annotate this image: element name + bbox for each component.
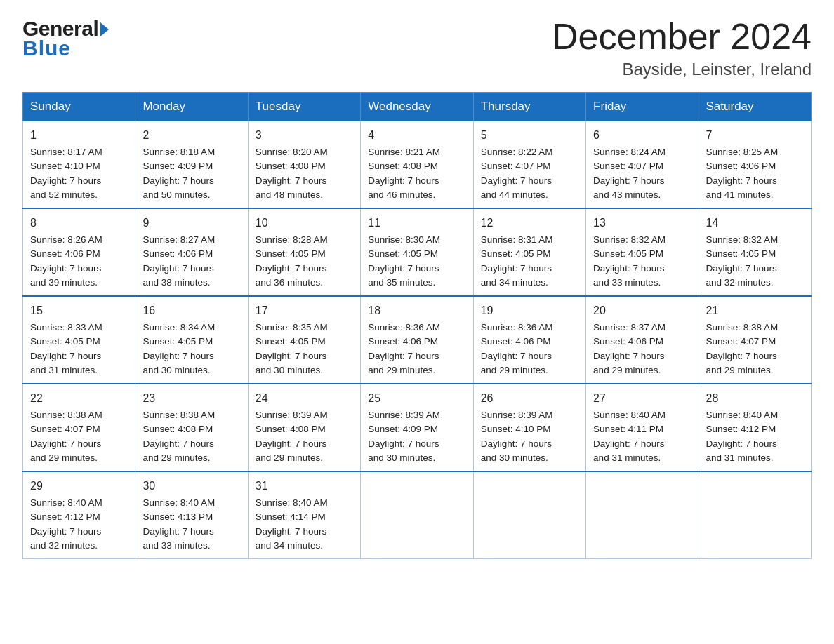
day-number: 28 [706, 390, 804, 407]
day-number: 15 [30, 302, 128, 319]
calendar-cell: 21 Sunrise: 8:38 AMSunset: 4:07 PMDaylig… [699, 296, 811, 384]
cell-info: Sunrise: 8:39 AMSunset: 4:08 PMDaylight:… [256, 410, 328, 463]
week-row-2: 8 Sunrise: 8:26 AMSunset: 4:06 PMDayligh… [23, 208, 812, 296]
cell-info: Sunrise: 8:39 AMSunset: 4:09 PMDaylight:… [368, 410, 440, 463]
day-number: 6 [593, 127, 691, 144]
day-number: 17 [256, 302, 353, 319]
cell-info: Sunrise: 8:36 AMSunset: 4:06 PMDaylight:… [368, 322, 440, 375]
calendar-cell: 19 Sunrise: 8:36 AMSunset: 4:06 PMDaylig… [473, 296, 585, 384]
cell-info: Sunrise: 8:27 AMSunset: 4:06 PMDaylight:… [143, 234, 215, 288]
calendar-cell [473, 471, 585, 559]
week-row-5: 29 Sunrise: 8:40 AMSunset: 4:12 PMDaylig… [23, 471, 812, 559]
header-tuesday: Tuesday [248, 93, 360, 121]
day-number: 11 [368, 215, 465, 232]
cell-info: Sunrise: 8:28 AMSunset: 4:05 PMDaylight:… [256, 234, 328, 288]
header-thursday: Thursday [473, 93, 585, 121]
cell-info: Sunrise: 8:25 AMSunset: 4:06 PMDaylight:… [706, 147, 779, 200]
calendar-cell [699, 471, 811, 559]
day-number: 5 [481, 127, 578, 144]
calendar-cell: 14 Sunrise: 8:32 AMSunset: 4:05 PMDaylig… [699, 208, 811, 296]
cell-info: Sunrise: 8:26 AMSunset: 4:06 PMDaylight:… [30, 234, 102, 288]
calendar-header-row: Sunday Monday Tuesday Wednesday Thursday… [23, 93, 812, 121]
calendar-cell: 27 Sunrise: 8:40 AMSunset: 4:11 PMDaylig… [586, 384, 699, 471]
calendar-cell: 1 Sunrise: 8:17 AMSunset: 4:10 PMDayligh… [23, 121, 135, 209]
calendar-cell: 30 Sunrise: 8:40 AMSunset: 4:13 PMDaylig… [135, 471, 248, 559]
day-number: 1 [30, 127, 128, 144]
calendar-cell: 8 Sunrise: 8:26 AMSunset: 4:06 PMDayligh… [23, 208, 135, 296]
cell-info: Sunrise: 8:32 AMSunset: 4:05 PMDaylight:… [593, 234, 666, 288]
calendar-table: Sunday Monday Tuesday Wednesday Thursday… [22, 92, 812, 559]
day-number: 9 [143, 215, 240, 232]
day-number: 14 [706, 215, 804, 232]
calendar-cell: 17 Sunrise: 8:35 AMSunset: 4:05 PMDaylig… [248, 296, 360, 384]
calendar-cell [361, 471, 473, 559]
cell-info: Sunrise: 8:40 AMSunset: 4:11 PMDaylight:… [593, 410, 666, 463]
header-wednesday: Wednesday [361, 93, 473, 121]
page-title: December 2024 [552, 17, 812, 57]
header-sunday: Sunday [23, 93, 135, 121]
cell-info: Sunrise: 8:38 AMSunset: 4:07 PMDaylight:… [30, 410, 102, 463]
cell-info: Sunrise: 8:22 AMSunset: 4:07 PMDaylight:… [481, 147, 553, 200]
day-number: 2 [143, 127, 240, 144]
calendar-cell: 13 Sunrise: 8:32 AMSunset: 4:05 PMDaylig… [586, 208, 699, 296]
calendar-cell: 29 Sunrise: 8:40 AMSunset: 4:12 PMDaylig… [23, 471, 135, 559]
logo-triangle-icon [100, 22, 109, 36]
day-number: 23 [143, 390, 240, 407]
day-number: 10 [256, 215, 353, 232]
cell-info: Sunrise: 8:40 AMSunset: 4:12 PMDaylight:… [706, 410, 779, 463]
day-number: 21 [706, 302, 804, 319]
calendar-cell: 23 Sunrise: 8:38 AMSunset: 4:08 PMDaylig… [135, 384, 248, 471]
day-number: 18 [368, 302, 465, 319]
day-number: 24 [256, 390, 353, 407]
logo: General Blue [22, 17, 109, 60]
day-number: 29 [30, 478, 128, 495]
cell-info: Sunrise: 8:31 AMSunset: 4:05 PMDaylight:… [481, 234, 553, 288]
day-number: 27 [593, 390, 691, 407]
cell-info: Sunrise: 8:18 AMSunset: 4:09 PMDaylight:… [143, 147, 215, 200]
calendar-cell [586, 471, 699, 559]
calendar-cell: 31 Sunrise: 8:40 AMSunset: 4:14 PMDaylig… [248, 471, 360, 559]
cell-info: Sunrise: 8:24 AMSunset: 4:07 PMDaylight:… [593, 147, 666, 200]
calendar-cell: 3 Sunrise: 8:20 AMSunset: 4:08 PMDayligh… [248, 121, 360, 209]
calendar-cell: 4 Sunrise: 8:21 AMSunset: 4:08 PMDayligh… [361, 121, 473, 209]
calendar-cell: 16 Sunrise: 8:34 AMSunset: 4:05 PMDaylig… [135, 296, 248, 384]
calendar-cell: 24 Sunrise: 8:39 AMSunset: 4:08 PMDaylig… [248, 384, 360, 471]
cell-info: Sunrise: 8:35 AMSunset: 4:05 PMDaylight:… [256, 322, 328, 375]
calendar-cell: 7 Sunrise: 8:25 AMSunset: 4:06 PMDayligh… [699, 121, 811, 209]
day-number: 31 [256, 478, 353, 495]
day-number: 4 [368, 127, 465, 144]
day-number: 20 [593, 302, 691, 319]
calendar-cell: 5 Sunrise: 8:22 AMSunset: 4:07 PMDayligh… [473, 121, 585, 209]
day-number: 7 [706, 127, 804, 144]
cell-info: Sunrise: 8:32 AMSunset: 4:05 PMDaylight:… [706, 234, 779, 288]
title-block: December 2024 Bayside, Leinster, Ireland [552, 17, 812, 79]
week-row-4: 22 Sunrise: 8:38 AMSunset: 4:07 PMDaylig… [23, 384, 812, 471]
calendar-cell: 15 Sunrise: 8:33 AMSunset: 4:05 PMDaylig… [23, 296, 135, 384]
calendar-cell: 20 Sunrise: 8:37 AMSunset: 4:06 PMDaylig… [586, 296, 699, 384]
header-saturday: Saturday [699, 93, 811, 121]
calendar-cell: 9 Sunrise: 8:27 AMSunset: 4:06 PMDayligh… [135, 208, 248, 296]
cell-info: Sunrise: 8:33 AMSunset: 4:05 PMDaylight:… [30, 322, 102, 375]
calendar-cell: 22 Sunrise: 8:38 AMSunset: 4:07 PMDaylig… [23, 384, 135, 471]
day-number: 16 [143, 302, 240, 319]
cell-info: Sunrise: 8:40 AMSunset: 4:12 PMDaylight:… [30, 497, 102, 551]
cell-info: Sunrise: 8:21 AMSunset: 4:08 PMDaylight:… [368, 147, 440, 200]
week-row-3: 15 Sunrise: 8:33 AMSunset: 4:05 PMDaylig… [23, 296, 812, 384]
cell-info: Sunrise: 8:20 AMSunset: 4:08 PMDaylight:… [256, 147, 328, 200]
day-number: 12 [481, 215, 578, 232]
page-header: General Blue December 2024 Bayside, Lein… [22, 17, 812, 79]
day-number: 19 [481, 302, 578, 319]
calendar-cell: 12 Sunrise: 8:31 AMSunset: 4:05 PMDaylig… [473, 208, 585, 296]
cell-info: Sunrise: 8:39 AMSunset: 4:10 PMDaylight:… [481, 410, 553, 463]
logo-blue-text: Blue [22, 36, 71, 60]
calendar-cell: 28 Sunrise: 8:40 AMSunset: 4:12 PMDaylig… [699, 384, 811, 471]
calendar-cell: 6 Sunrise: 8:24 AMSunset: 4:07 PMDayligh… [586, 121, 699, 209]
cell-info: Sunrise: 8:37 AMSunset: 4:06 PMDaylight:… [593, 322, 666, 375]
day-number: 8 [30, 215, 128, 232]
day-number: 13 [593, 215, 691, 232]
cell-info: Sunrise: 8:17 AMSunset: 4:10 PMDaylight:… [30, 147, 102, 200]
cell-info: Sunrise: 8:30 AMSunset: 4:05 PMDaylight:… [368, 234, 440, 288]
week-row-1: 1 Sunrise: 8:17 AMSunset: 4:10 PMDayligh… [23, 121, 812, 209]
calendar-cell: 11 Sunrise: 8:30 AMSunset: 4:05 PMDaylig… [361, 208, 473, 296]
cell-info: Sunrise: 8:38 AMSunset: 4:07 PMDaylight:… [706, 322, 779, 375]
